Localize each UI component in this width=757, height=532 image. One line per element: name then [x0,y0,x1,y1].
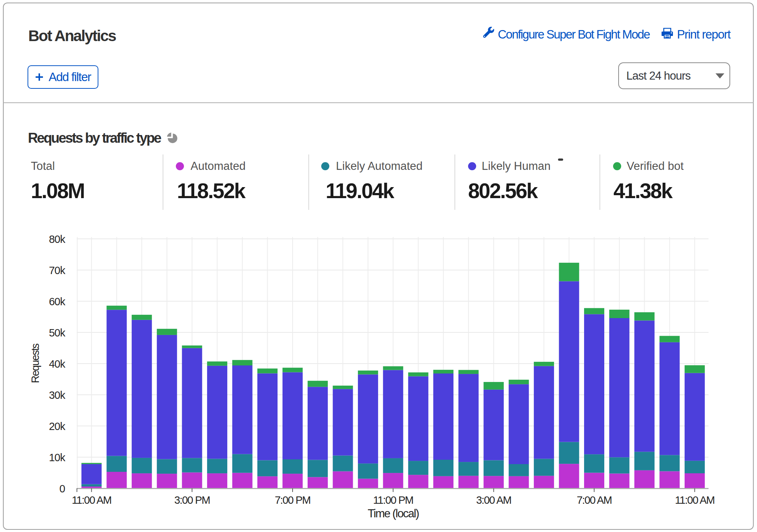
svg-text:10k: 10k [49,452,65,463]
svg-text:11:00 AM: 11:00 AM [675,494,715,506]
svg-text:Time (local): Time (local) [367,507,419,520]
svg-text:7:00 PM: 7:00 PM [275,494,311,506]
svg-text:3:00 PM: 3:00 PM [174,494,210,506]
svg-text:20k: 20k [49,420,65,432]
svg-text:30k: 30k [49,389,65,401]
svg-text:40k: 40k [49,358,65,370]
svg-text:11:00 PM: 11:00 PM [373,494,413,506]
svg-text:80k: 80k [49,233,65,245]
svg-text:3:00 AM: 3:00 AM [476,494,511,506]
svg-text:Requests: Requests [29,343,41,383]
svg-text:7:00 AM: 7:00 AM [577,494,612,506]
svg-text:50k: 50k [49,327,65,339]
svg-text:0: 0 [59,483,65,495]
svg-text:60k: 60k [49,296,65,307]
svg-text:70k: 70k [49,265,65,276]
svg-text:11:00 AM: 11:00 AM [72,494,112,506]
